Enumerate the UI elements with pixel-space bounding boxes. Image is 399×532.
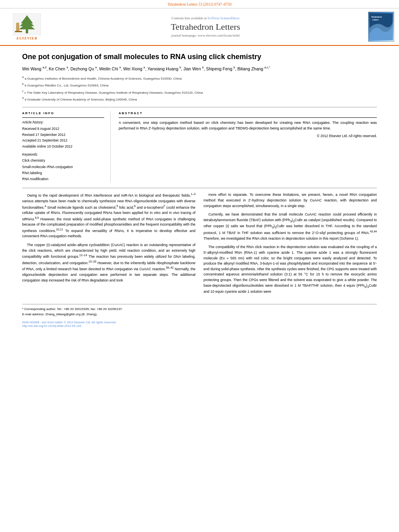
history-label: Article history: bbox=[22, 120, 104, 124]
received-date: Received 8 August 2012 bbox=[22, 126, 104, 131]
body-para-2: The copper (I)-catalyzed azide–alkyne cy… bbox=[22, 242, 195, 283]
abstract-text: A convenient, one step conjugation metho… bbox=[119, 120, 377, 131]
license-text: 0040-4039/$ - see front matter © 2012 El… bbox=[22, 320, 377, 324]
svg-rect-7 bbox=[15, 31, 22, 32]
homepage-label: journal homepage: www.elsevier.com/locat… bbox=[171, 33, 240, 37]
keywords-label: Keywords: bbox=[22, 152, 104, 156]
keyword-3: RNA labeling bbox=[22, 170, 104, 176]
info-divider bbox=[22, 117, 104, 118]
keyword-1: Click chemistry bbox=[22, 158, 104, 164]
sciverse-line: Contents lists available at SciVerse Sci… bbox=[49, 16, 362, 20]
footnote-email: E-mail address: Zhang_biliang@gibh.org (… bbox=[22, 312, 377, 317]
article-dates: Received 8 August 2012 Revised 17 Septem… bbox=[22, 126, 104, 149]
journal-header: ELSEVIER Contents lists available at Sci… bbox=[0, 8, 399, 46]
cover-graphic: Tetrahedron Letters bbox=[368, 13, 394, 40]
footnote-corresponding: * Corresponding author. Tel.: +86 20 320… bbox=[22, 307, 377, 312]
elsevier-logo: ELSEVIER bbox=[13, 13, 41, 40]
body-para-4: Currently, we have demonstrated that the… bbox=[204, 212, 377, 241]
authors-line: Wei Wang a,d, Ke Chen a, Dezhong Qu a, W… bbox=[22, 66, 377, 72]
doi-text[interactable]: http://dx.doi.org/10.1016/j.tetlet.2012.… bbox=[22, 324, 377, 328]
elsevier-label: ELSEVIER bbox=[16, 36, 37, 40]
sciverse-link[interactable]: SciVerse ScienceDirect bbox=[208, 16, 240, 20]
keyword-2: Small-molecule–RNA conjugation bbox=[22, 164, 104, 170]
svg-text:Letters: Letters bbox=[372, 19, 379, 21]
article-title: One pot conjugation of small molecules t… bbox=[22, 52, 377, 62]
publisher-logo-area: ELSEVIER bbox=[5, 13, 49, 40]
journal-cover-image: Tetrahedron Letters bbox=[368, 12, 394, 42]
affiliation-b: b b Guangzhou RiboBio Co., Ltd, Guangzho… bbox=[22, 82, 377, 88]
main-content: One pot conjugation of small molecules t… bbox=[0, 46, 399, 336]
body-para-1: Owing to the rapid development of RNA in… bbox=[22, 192, 195, 239]
journal-info-center: Contents lists available at SciVerse Sci… bbox=[49, 16, 362, 37]
revised-date: Revised 17 September 2012 bbox=[22, 132, 104, 138]
svg-rect-5 bbox=[16, 25, 19, 31]
svg-point-6 bbox=[16, 23, 19, 26]
affiliation-d: d d Graduate University of Chinese Acade… bbox=[22, 96, 377, 102]
affiliations: a a Guangzhou Institutes of Biomedicine … bbox=[22, 75, 377, 103]
affiliation-c: c c The State Key Laboratory of Respirat… bbox=[22, 89, 377, 95]
corresponding-note: * Corresponding author. Tel.: +86 20 320… bbox=[22, 307, 123, 311]
keywords-list: Click chemistry Small-molecule–RNA conju… bbox=[22, 158, 104, 182]
body-col-left: Owing to the rapid development of RNA in… bbox=[22, 192, 195, 298]
affiliation-a: a a Guangzhou Institutes of Biomedicine … bbox=[22, 75, 377, 81]
abstract-header: ABSTRACT bbox=[119, 111, 377, 115]
footer-section: * Corresponding author. Tel.: +86 20 320… bbox=[22, 304, 377, 328]
body-para-3: more effort to separate. To overcome the… bbox=[204, 192, 377, 209]
journal-title: Tetrahedron Letters bbox=[49, 22, 362, 32]
banner-text: Tetrahedron Letters 53 (2012) 6747–6750 bbox=[167, 2, 231, 6]
email-note: E-mail address: Zhang_biliang@gibh.org (… bbox=[22, 312, 97, 316]
available-date: Available online 10 October 2012 bbox=[22, 144, 104, 149]
accepted-date: Accepted 21 September 2012 bbox=[22, 138, 104, 143]
svg-text:Tetrahedron: Tetrahedron bbox=[371, 16, 382, 18]
journal-homepage: journal homepage: www.elsevier.com/locat… bbox=[49, 33, 362, 37]
info-abstract-section: ARTICLE INFO Article history: Received 8… bbox=[22, 111, 377, 182]
journal-banner: Tetrahedron Letters 53 (2012) 6747–6750 bbox=[0, 0, 399, 8]
abstract-column: ABSTRACT A convenient, one step conjugat… bbox=[119, 111, 377, 182]
body-text-section: Owing to the rapid development of RNA in… bbox=[22, 192, 377, 298]
journal-cover-area: Tetrahedron Letters bbox=[362, 12, 394, 42]
keyword-4: RNA modification bbox=[22, 176, 104, 182]
section-divider-1 bbox=[22, 107, 377, 107]
body-col-right: more effort to separate. To overcome the… bbox=[204, 192, 377, 298]
elsevier-tree-icon bbox=[13, 13, 41, 35]
article-info-column: ARTICLE INFO Article history: Received 8… bbox=[22, 111, 111, 182]
article-info-header: ARTICLE INFO bbox=[22, 111, 104, 115]
section-divider-2 bbox=[22, 188, 377, 188]
body-para-5: The compatibility of the RNA click react… bbox=[204, 244, 377, 294]
footer-license: 0040-4039/$ - see front matter © 2012 El… bbox=[22, 320, 377, 328]
copyright-line: © 2012 Elsevier Ltd. All rights reserved… bbox=[119, 134, 377, 138]
abstract-divider bbox=[119, 117, 377, 118]
